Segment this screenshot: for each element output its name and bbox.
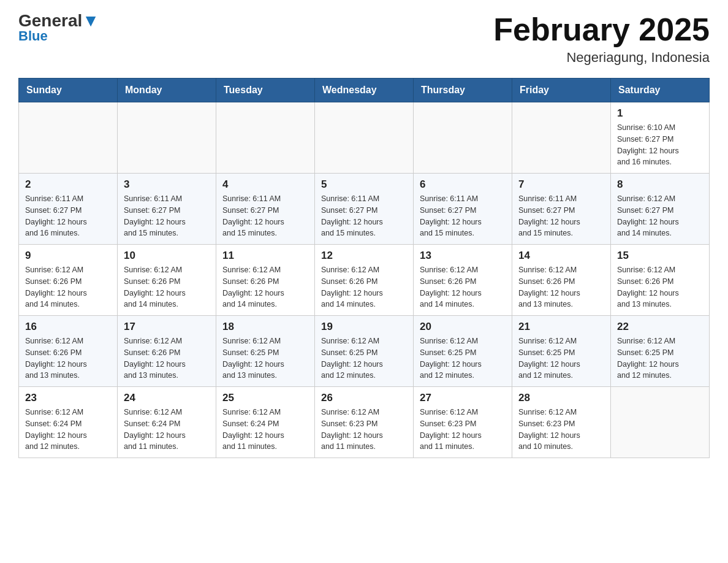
day-number: 3 — [124, 178, 210, 191]
calendar-cell: 13Sunrise: 6:12 AMSunset: 6:26 PMDayligh… — [414, 245, 512, 316]
calendar-cell: 4Sunrise: 6:11 AMSunset: 6:27 PMDaylight… — [216, 174, 315, 245]
calendar-cell: 14Sunrise: 6:12 AMSunset: 6:26 PMDayligh… — [512, 245, 611, 316]
day-number: 27 — [420, 392, 506, 404]
calendar-cell: 10Sunrise: 6:12 AMSunset: 6:26 PMDayligh… — [118, 245, 216, 316]
calendar-week-4: 16Sunrise: 6:12 AMSunset: 6:26 PMDayligh… — [19, 316, 710, 387]
day-info: Sunrise: 6:11 AMSunset: 6:27 PMDaylight:… — [518, 193, 604, 239]
calendar-cell: 8Sunrise: 6:12 AMSunset: 6:27 PMDaylight… — [611, 174, 710, 245]
day-info: Sunrise: 6:12 AMSunset: 6:24 PMDaylight:… — [124, 407, 210, 453]
day-number: 7 — [518, 178, 604, 191]
day-number: 10 — [124, 250, 210, 262]
calendar-location: Negeriagung, Indonesia — [493, 50, 710, 66]
day-info: Sunrise: 6:12 AMSunset: 6:25 PMDaylight:… — [617, 335, 703, 381]
weekday-header-friday: Friday — [512, 79, 611, 102]
day-info: Sunrise: 6:12 AMSunset: 6:26 PMDaylight:… — [25, 335, 111, 381]
day-number: 16 — [25, 321, 111, 333]
day-number: 5 — [321, 178, 407, 191]
day-info: Sunrise: 6:12 AMSunset: 6:25 PMDaylight:… — [420, 335, 506, 381]
day-number: 1 — [617, 107, 703, 120]
day-info: Sunrise: 6:12 AMSunset: 6:26 PMDaylight:… — [222, 264, 308, 310]
calendar-title: February 2025 — [493, 12, 710, 47]
day-number: 15 — [617, 250, 703, 262]
day-number: 26 — [321, 392, 407, 404]
day-number: 9 — [25, 250, 111, 262]
day-number: 25 — [222, 392, 308, 404]
calendar-cell: 27Sunrise: 6:12 AMSunset: 6:23 PMDayligh… — [414, 387, 512, 458]
calendar-cell: 17Sunrise: 6:12 AMSunset: 6:26 PMDayligh… — [118, 316, 216, 387]
calendar-cell: 7Sunrise: 6:11 AMSunset: 6:27 PMDaylight… — [512, 174, 611, 245]
weekday-header-saturday: Saturday — [611, 79, 710, 102]
day-info: Sunrise: 6:12 AMSunset: 6:24 PMDaylight:… — [222, 407, 308, 453]
calendar-cell: 3Sunrise: 6:11 AMSunset: 6:27 PMDaylight… — [118, 174, 216, 245]
day-info: Sunrise: 6:12 AMSunset: 6:25 PMDaylight:… — [321, 335, 407, 381]
calendar-cell — [611, 387, 710, 458]
day-info: Sunrise: 6:12 AMSunset: 6:24 PMDaylight:… — [25, 407, 111, 453]
day-info: Sunrise: 6:12 AMSunset: 6:27 PMDaylight:… — [617, 193, 703, 239]
calendar-cell: 20Sunrise: 6:12 AMSunset: 6:25 PMDayligh… — [414, 316, 512, 387]
day-number: 6 — [420, 178, 506, 191]
calendar-header: SundayMondayTuesdayWednesdayThursdayFrid… — [19, 79, 710, 102]
calendar-cell: 12Sunrise: 6:12 AMSunset: 6:26 PMDayligh… — [315, 245, 414, 316]
calendar-cell: 25Sunrise: 6:12 AMSunset: 6:24 PMDayligh… — [216, 387, 315, 458]
day-info: Sunrise: 6:12 AMSunset: 6:25 PMDaylight:… — [222, 335, 308, 381]
calendar-week-1: 1Sunrise: 6:10 AMSunset: 6:27 PMDaylight… — [19, 102, 710, 174]
day-number: 13 — [420, 250, 506, 262]
calendar-cell: 16Sunrise: 6:12 AMSunset: 6:26 PMDayligh… — [19, 316, 118, 387]
weekday-header-monday: Monday — [118, 79, 216, 102]
day-number: 21 — [518, 321, 604, 333]
day-number: 18 — [222, 321, 308, 333]
page-header: General▼ Blue February 2025 Negeriagung,… — [18, 12, 710, 66]
weekday-header-tuesday: Tuesday — [216, 79, 315, 102]
day-info: Sunrise: 6:12 AMSunset: 6:26 PMDaylight:… — [124, 264, 210, 310]
calendar-cell — [118, 102, 216, 174]
day-number: 2 — [25, 178, 111, 191]
calendar-cell: 18Sunrise: 6:12 AMSunset: 6:25 PMDayligh… — [216, 316, 315, 387]
logo: General▼ Blue — [18, 12, 99, 44]
calendar-cell — [512, 102, 611, 174]
day-number: 19 — [321, 321, 407, 333]
calendar-cell — [19, 102, 118, 174]
day-info: Sunrise: 6:11 AMSunset: 6:27 PMDaylight:… — [124, 193, 210, 239]
day-info: Sunrise: 6:10 AMSunset: 6:27 PMDaylight:… — [617, 122, 703, 168]
logo-blue-text: Blue — [18, 28, 48, 44]
day-info: Sunrise: 6:12 AMSunset: 6:26 PMDaylight:… — [321, 264, 407, 310]
calendar-cell: 23Sunrise: 6:12 AMSunset: 6:24 PMDayligh… — [19, 387, 118, 458]
day-info: Sunrise: 6:12 AMSunset: 6:26 PMDaylight:… — [25, 264, 111, 310]
day-info: Sunrise: 6:12 AMSunset: 6:26 PMDaylight:… — [124, 335, 210, 381]
day-info: Sunrise: 6:11 AMSunset: 6:27 PMDaylight:… — [25, 193, 111, 239]
weekday-header-thursday: Thursday — [414, 79, 512, 102]
title-block: February 2025 Negeriagung, Indonesia — [493, 12, 710, 66]
calendar-body: 1Sunrise: 6:10 AMSunset: 6:27 PMDaylight… — [19, 102, 710, 458]
calendar-week-5: 23Sunrise: 6:12 AMSunset: 6:24 PMDayligh… — [19, 387, 710, 458]
day-info: Sunrise: 6:12 AMSunset: 6:26 PMDaylight:… — [518, 264, 604, 310]
day-number: 17 — [124, 321, 210, 333]
calendar-cell: 6Sunrise: 6:11 AMSunset: 6:27 PMDaylight… — [414, 174, 512, 245]
calendar-cell: 15Sunrise: 6:12 AMSunset: 6:26 PMDayligh… — [611, 245, 710, 316]
calendar-cell: 5Sunrise: 6:11 AMSunset: 6:27 PMDaylight… — [315, 174, 414, 245]
weekday-header-row: SundayMondayTuesdayWednesdayThursdayFrid… — [19, 79, 710, 102]
calendar-cell — [315, 102, 414, 174]
day-number: 23 — [25, 392, 111, 404]
day-info: Sunrise: 6:12 AMSunset: 6:26 PMDaylight:… — [617, 264, 703, 310]
day-info: Sunrise: 6:11 AMSunset: 6:27 PMDaylight:… — [321, 193, 407, 239]
day-number: 20 — [420, 321, 506, 333]
day-number: 22 — [617, 321, 703, 333]
calendar-table: SundayMondayTuesdayWednesdayThursdayFrid… — [18, 78, 710, 458]
logo-general-text: General▼ — [18, 12, 99, 29]
weekday-header-wednesday: Wednesday — [315, 79, 414, 102]
day-info: Sunrise: 6:12 AMSunset: 6:23 PMDaylight:… — [518, 407, 604, 453]
calendar-cell: 19Sunrise: 6:12 AMSunset: 6:25 PMDayligh… — [315, 316, 414, 387]
day-info: Sunrise: 6:11 AMSunset: 6:27 PMDaylight:… — [222, 193, 308, 239]
calendar-cell: 26Sunrise: 6:12 AMSunset: 6:23 PMDayligh… — [315, 387, 414, 458]
calendar-cell — [414, 102, 512, 174]
calendar-cell: 1Sunrise: 6:10 AMSunset: 6:27 PMDaylight… — [611, 102, 710, 174]
day-number: 14 — [518, 250, 604, 262]
calendar-cell: 11Sunrise: 6:12 AMSunset: 6:26 PMDayligh… — [216, 245, 315, 316]
calendar-week-2: 2Sunrise: 6:11 AMSunset: 6:27 PMDaylight… — [19, 174, 710, 245]
day-number: 4 — [222, 178, 308, 191]
calendar-cell — [216, 102, 315, 174]
day-number: 8 — [617, 178, 703, 191]
day-number: 11 — [222, 250, 308, 262]
day-number: 12 — [321, 250, 407, 262]
calendar-cell: 24Sunrise: 6:12 AMSunset: 6:24 PMDayligh… — [118, 387, 216, 458]
